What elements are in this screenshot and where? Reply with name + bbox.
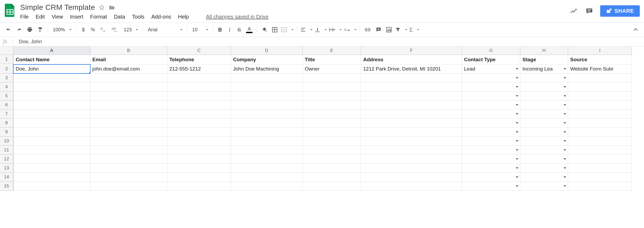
collapse-toolbar-button[interactable]: [631, 23, 641, 37]
cell[interactable]: [231, 119, 303, 128]
cell[interactable]: [167, 173, 231, 182]
cell[interactable]: [303, 91, 361, 100]
vertical-align-dropdown[interactable]: [314, 23, 328, 37]
cell[interactable]: [303, 173, 361, 182]
print-button[interactable]: [24, 23, 35, 37]
cell[interactable]: [520, 119, 568, 128]
header-cell[interactable]: Source: [568, 55, 632, 64]
cell[interactable]: [520, 100, 568, 109]
cell[interactable]: [568, 73, 632, 82]
menu-help[interactable]: Help: [178, 14, 189, 20]
decrease-decimals-button[interactable]: .0: [98, 23, 109, 37]
cell[interactable]: [303, 164, 361, 173]
format-currency-button[interactable]: $: [79, 23, 88, 37]
cell[interactable]: [303, 109, 361, 119]
column-header[interactable]: D: [231, 46, 303, 55]
cell[interactable]: [13, 155, 90, 164]
cell[interactable]: [520, 146, 568, 155]
cell[interactable]: [303, 137, 361, 146]
row-header[interactable]: 7: [0, 109, 13, 119]
cell[interactable]: john.doe@email.com: [90, 64, 167, 73]
cell[interactable]: [90, 155, 167, 164]
cell[interactable]: [90, 128, 167, 137]
fill-color-button[interactable]: [259, 23, 270, 37]
cell[interactable]: [520, 182, 568, 191]
zoom-dropdown[interactable]: 100%: [50, 23, 74, 37]
data-validation-caret-icon[interactable]: [516, 86, 518, 88]
cell[interactable]: [90, 73, 167, 82]
cell[interactable]: [90, 164, 167, 173]
cell[interactable]: 212-555-1212: [167, 64, 231, 73]
cell[interactable]: [568, 109, 632, 119]
cell[interactable]: [303, 82, 361, 91]
data-validation-caret-icon[interactable]: [516, 140, 518, 142]
data-validation-caret-icon[interactable]: [564, 122, 566, 124]
cell[interactable]: [361, 100, 462, 109]
cell[interactable]: [462, 82, 520, 91]
cell[interactable]: [520, 109, 568, 119]
row-header[interactable]: 15: [0, 182, 13, 191]
menu-format[interactable]: Format: [90, 14, 107, 20]
more-formats-dropdown[interactable]: 123: [121, 23, 141, 37]
cell[interactable]: [13, 182, 90, 191]
cell[interactable]: [568, 155, 632, 164]
data-validation-caret-icon[interactable]: [564, 113, 566, 115]
cell[interactable]: [568, 91, 632, 100]
cell[interactable]: [361, 73, 462, 82]
data-validation-caret-icon[interactable]: [564, 77, 566, 79]
cell[interactable]: [167, 100, 231, 109]
cell[interactable]: [568, 82, 632, 91]
cell[interactable]: Lead: [462, 64, 520, 73]
data-validation-caret-icon[interactable]: [516, 131, 518, 133]
cell[interactable]: [90, 173, 167, 182]
undo-button[interactable]: [3, 23, 14, 37]
cell[interactable]: [462, 109, 520, 119]
cell[interactable]: [520, 73, 568, 82]
cell[interactable]: [462, 73, 520, 82]
cell[interactable]: [303, 100, 361, 109]
row-header[interactable]: 4: [0, 82, 13, 91]
insert-comment-button[interactable]: [373, 23, 384, 37]
cell[interactable]: [167, 155, 231, 164]
insert-chart-button[interactable]: [384, 23, 394, 37]
data-validation-caret-icon[interactable]: [516, 113, 518, 115]
cell[interactable]: [361, 91, 462, 100]
cell[interactable]: [303, 119, 361, 128]
data-validation-caret-icon[interactable]: [564, 176, 566, 178]
cell[interactable]: [568, 164, 632, 173]
cell[interactable]: [231, 182, 303, 191]
borders-button[interactable]: [270, 23, 280, 37]
row-header[interactable]: 8: [0, 119, 13, 128]
cell[interactable]: [167, 146, 231, 155]
data-validation-caret-icon[interactable]: [564, 167, 566, 169]
cell[interactable]: [520, 82, 568, 91]
format-percent-button[interactable]: %: [88, 23, 98, 37]
cell[interactable]: [303, 182, 361, 191]
cell[interactable]: [90, 100, 167, 109]
row-header[interactable]: 13: [0, 164, 13, 173]
horizontal-align-dropdown[interactable]: [299, 23, 314, 37]
cell[interactable]: [231, 155, 303, 164]
cell[interactable]: [462, 128, 520, 137]
cell[interactable]: [520, 128, 568, 137]
cell[interactable]: [90, 91, 167, 100]
column-header[interactable]: C: [167, 46, 231, 55]
cell[interactable]: [90, 119, 167, 128]
cell[interactable]: [231, 91, 303, 100]
data-validation-caret-icon[interactable]: [516, 122, 518, 124]
cell[interactable]: Website Form Subr: [568, 64, 632, 73]
cell[interactable]: [167, 128, 231, 137]
cell[interactable]: [167, 119, 231, 128]
font-size-dropdown[interactable]: 10: [190, 23, 211, 37]
cell[interactable]: Doe, John: [13, 64, 90, 73]
comments-icon[interactable]: [585, 7, 594, 16]
cell[interactable]: [568, 137, 632, 146]
cell[interactable]: [90, 109, 167, 119]
cell[interactable]: [13, 173, 90, 182]
row-header[interactable]: 11: [0, 146, 13, 155]
data-validation-caret-icon[interactable]: [564, 185, 566, 187]
data-validation-caret-icon[interactable]: [516, 104, 518, 106]
cell[interactable]: [303, 146, 361, 155]
cell[interactable]: [231, 128, 303, 137]
cell[interactable]: [361, 128, 462, 137]
